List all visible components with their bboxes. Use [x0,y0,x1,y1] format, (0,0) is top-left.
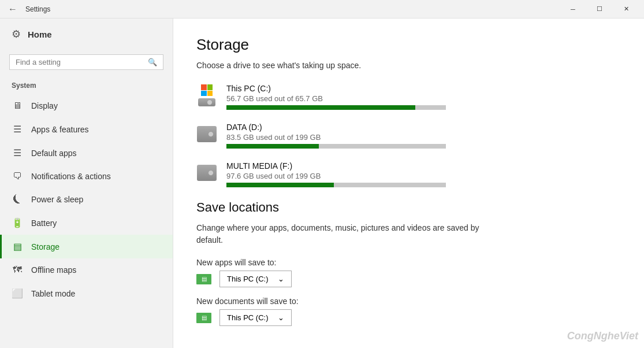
display-icon: 🖥 [12,101,23,111]
save-location-row-new-apps: ▤This PC (C:)⌄ [196,271,621,287]
drive-usage-f: 97.6 GB used out of 199 GB [226,172,621,180]
sidebar-item-apps-features[interactable]: ☰Apps & features [0,117,173,141]
dropdown-value-new-apps: This PC (C:) [227,275,269,283]
save-location-label-new-documents: New documents will save to: [196,297,621,306]
subtitle: Choose a drive to see what's taking up s… [196,61,621,70]
drive-icon-d [196,124,217,145]
sidebar-home[interactable]: ⚙ Home [0,18,173,50]
sidebar-item-label-offline-maps: Offline maps [31,265,76,275]
progress-fill-c [226,105,415,110]
drive-item-c[interactable]: This PC (C:)56.7 GB used out of 65.7 GB [196,84,621,110]
progress-container-c [226,105,446,110]
save-locations-desc: Change where your apps, documents, music… [196,222,485,246]
drive-name-c: This PC (C:) [226,84,621,93]
offline-maps-icon: 🗺 [12,265,23,275]
dropdown-value-new-documents: This PC (C:) [227,313,269,322]
drive-info-f: MULTI MEDIA (F:)97.6 GB used out of 199 … [226,161,621,187]
search-icon: 🔍 [148,58,157,66]
sidebar-item-notifications[interactable]: 🗨Notifications & actions [0,165,173,188]
progress-fill-f [226,183,334,187]
search-input[interactable] [16,58,148,66]
sidebar: ⚙ Home 🔍 System 🖥Display☰Apps & features… [0,18,173,348]
save-locations-title: Save locations [196,200,621,215]
sidebar-item-label-apps-features: Apps & features [31,125,89,134]
sidebar-item-label-tablet-mode: Tablet mode [31,289,75,298]
sidebar-item-label-storage: Storage [31,242,59,251]
drive-icon-f [196,162,217,183]
drive-usage-d: 83.5 GB used out of 199 GB [226,133,621,142]
sidebar-item-tablet-mode[interactable]: ⬜Tablet mode [0,282,173,305]
save-location-dropdown-new-documents[interactable]: This PC (C:)⌄ [219,309,292,326]
search-box[interactable]: 🔍 [9,54,163,70]
progress-container-d [226,144,446,149]
tablet-mode-icon: ⬜ [12,288,23,299]
power-sleep-icon: ⏾ [12,194,23,205]
drive-info-d: DATA (D:)83.5 GB used out of 199 GB [226,123,621,149]
dropdown-chevron-new-apps: ⌄ [278,275,284,283]
restore-button[interactable]: ☐ [586,0,613,18]
sidebar-item-label-display: Display [31,101,58,110]
progress-fill-d [226,144,319,149]
save-location-label-new-apps: New apps will save to: [196,258,621,267]
save-location-icon-new-apps: ▤ [196,274,211,284]
sidebar-item-label-power-sleep: Power & sleep [31,195,83,204]
close-button[interactable]: ✕ [613,0,639,18]
sidebar-item-display[interactable]: 🖥Display [0,94,173,117]
drives-container: This PC (C:)56.7 GB used out of 65.7 GBD… [196,84,621,187]
drive-item-d[interactable]: DATA (D:)83.5 GB used out of 199 GB [196,123,621,149]
drive-name-f: MULTI MEDIA (F:) [226,161,621,171]
watermark: CongNgheViet [567,330,638,342]
save-location-icon-new-documents: ▤ [196,313,211,323]
sidebar-item-label-default-apps: Default apps [31,149,77,158]
storage-icon: ▤ [12,241,23,252]
sidebar-item-power-sleep[interactable]: ⏾Power & sleep [0,188,173,211]
default-apps-icon: ☰ [12,147,23,158]
main-content: Storage Choose a drive to see what's tak… [173,18,644,348]
save-location-row-new-documents: ▤This PC (C:)⌄ [196,309,621,326]
section-label: System [0,79,173,94]
app-container: ⚙ Home 🔍 System 🖥Display☰Apps & features… [0,18,644,348]
sidebar-item-label-notifications: Notifications & actions [31,172,111,181]
progress-container-f [226,183,446,187]
drive-usage-c: 56.7 GB used out of 65.7 GB [226,94,621,103]
notifications-icon: 🗨 [12,171,23,182]
sidebar-item-storage[interactable]: ▤Storage [0,235,173,258]
back-button[interactable]: ← [5,2,21,17]
titlebar-title: Settings [25,5,50,13]
titlebar-left: ← Settings [5,2,50,17]
drive-item-f[interactable]: MULTI MEDIA (F:)97.6 GB used out of 199 … [196,161,621,187]
sidebar-item-default-apps[interactable]: ☰Default apps [0,141,173,165]
dropdown-chevron-new-documents: ⌄ [278,313,284,322]
sidebar-item-battery[interactable]: 🔋Battery [0,211,173,235]
sidebar-item-label-battery: Battery [31,219,57,228]
drive-name-d: DATA (D:) [226,123,621,132]
home-icon: ⚙ [12,28,21,40]
drive-icon-c [196,85,217,106]
save-location-dropdown-new-apps[interactable]: This PC (C:)⌄ [219,271,292,287]
nav-items-container: 🖥Display☰Apps & features☰Default apps🗨No… [0,94,173,305]
titlebar-controls: ─ ☐ ✕ [560,0,639,18]
sidebar-item-offline-maps[interactable]: 🗺Offline maps [0,258,173,282]
drive-info-c: This PC (C:)56.7 GB used out of 65.7 GB [226,84,621,110]
battery-icon: 🔋 [12,217,23,228]
titlebar: ← Settings ─ ☐ ✕ [0,0,644,18]
page-title: Storage [196,36,621,54]
minimize-button[interactable]: ─ [560,0,586,18]
save-locations-container: New apps will save to:▤This PC (C:)⌄New … [196,258,621,326]
home-label: Home [28,29,52,39]
apps-features-icon: ☰ [12,124,23,135]
